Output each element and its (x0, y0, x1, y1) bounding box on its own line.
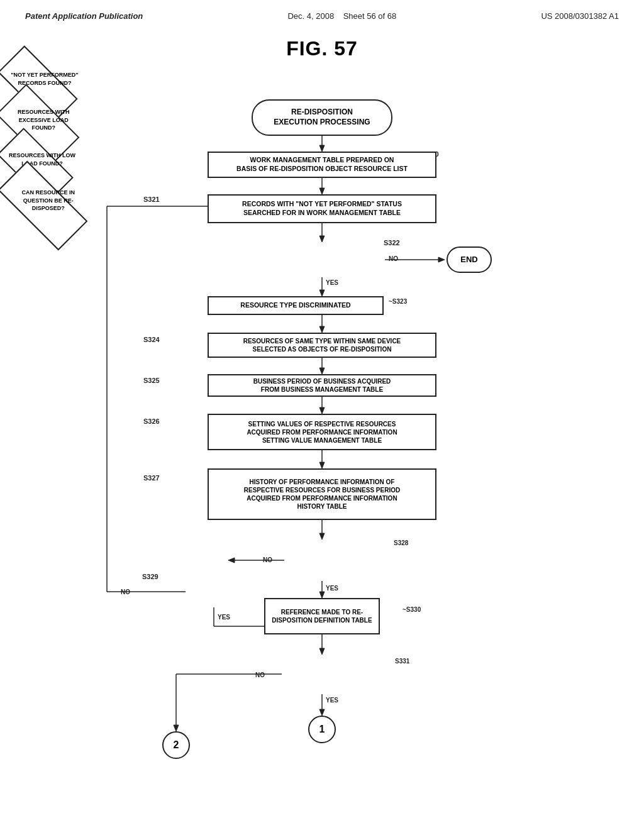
s330-label: ~S330 (402, 606, 421, 613)
s320-node: WORK MANAGEMENT TABLE PREPARED ON BASIS … (208, 152, 436, 178)
s327-label: S327 (143, 474, 160, 482)
figure-title: FIG. 57 (0, 37, 644, 60)
svg-marker-19 (319, 533, 325, 540)
s322-label: S322 (384, 239, 400, 246)
s325-label: S325 (143, 377, 160, 384)
s331-yes-label: YES (326, 697, 338, 704)
s324-node: RESOURCES OF SAME TYPE WITHIN SAME DEVIC… (208, 333, 436, 358)
flowchart: RE-DISPOSITION EXECUTION PROCESSING S320… (0, 67, 644, 815)
s328-label: S328 (394, 540, 408, 546)
s329-yes-label: YES (218, 614, 230, 621)
svg-marker-23 (228, 558, 235, 563)
header-publication: Patent Application Publication (25, 11, 143, 21)
page-header: Patent Application Publication Dec. 4, 2… (0, 0, 644, 26)
svg-marker-5 (319, 236, 325, 242)
header-date-sheet: Dec. 4, 2008 Sheet 56 of 68 (287, 11, 396, 21)
circle-1-node: 1 (308, 716, 336, 743)
s322-no-label: NO (389, 255, 398, 262)
s331-label: S331 (395, 658, 409, 665)
header-patent: US 2008/0301382 A1 (541, 11, 619, 21)
svg-marker-7 (319, 290, 325, 296)
svg-marker-17 (319, 462, 325, 468)
svg-marker-35 (319, 709, 325, 716)
svg-marker-38 (174, 725, 179, 731)
s326-node: SETTING VALUES OF RESPECTIVE RESOURCES A… (208, 414, 436, 450)
s329-label: S329 (142, 573, 158, 580)
end-node: END (447, 246, 492, 273)
s323-label: ~S323 (389, 298, 407, 305)
s326-label: S326 (143, 418, 160, 425)
svg-marker-1 (319, 145, 325, 152)
svg-marker-3 (319, 188, 325, 194)
svg-marker-21 (319, 592, 325, 598)
s321-label: S321 (143, 196, 160, 203)
svg-marker-15 (319, 407, 325, 414)
s325-node: BUSINESS PERIOD OF BUSINESS ACQUIRED FRO… (208, 374, 436, 397)
s321-node: RECORDS WITH "NOT YET PERFORMED" STATUS … (208, 194, 436, 223)
svg-marker-13 (319, 368, 325, 374)
s322-yes-label: YES (326, 279, 338, 286)
s324-label: S324 (143, 336, 160, 343)
svg-marker-33 (319, 648, 325, 655)
circle-2-node: 2 (162, 731, 190, 759)
s328-yes-label: YES (326, 585, 338, 592)
s331-no-label: NO (255, 672, 265, 678)
s329-no-label: NO (121, 589, 130, 595)
svg-marker-9 (438, 257, 445, 262)
s328-no-label: NO (263, 556, 272, 563)
start-node: RE-DISPOSITION EXECUTION PROCESSING (252, 99, 392, 136)
s330-node: REFERENCE MADE TO RE- DISPOSITION DEFINI… (264, 598, 380, 634)
s327-node: HISTORY OF PERFORMANCE INFORMATION OF RE… (208, 468, 436, 520)
s323-node: RESOURCE TYPE DISCRIMINATED (208, 296, 384, 315)
svg-marker-11 (319, 326, 325, 333)
